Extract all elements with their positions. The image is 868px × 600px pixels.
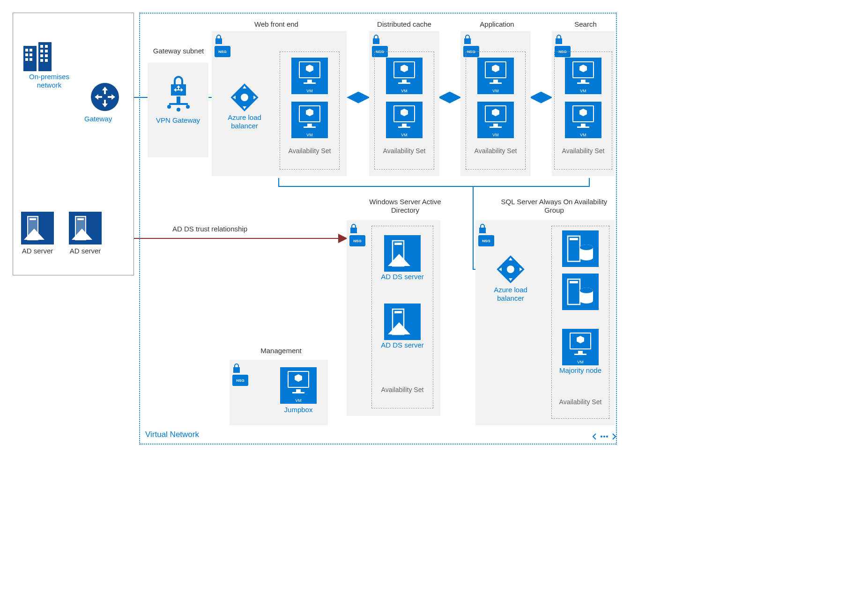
nsg-badge: NSG <box>232 375 248 386</box>
app-tier-title: Application <box>467 20 527 28</box>
web-tier-title: Web front end <box>246 20 307 28</box>
search-tier-title: Search <box>564 20 607 28</box>
vm-icon: VM <box>477 58 514 94</box>
svg-point-39 <box>167 105 171 109</box>
ad-avail-label: Availability Set <box>377 386 428 394</box>
ad-ds-label: AD DS server <box>379 273 425 281</box>
svg-rect-29 <box>45 59 48 62</box>
nsg-badge: NSG <box>215 46 230 57</box>
svg-rect-28 <box>40 59 43 62</box>
load-balancer-icon <box>494 253 527 286</box>
svg-rect-22 <box>40 45 43 48</box>
load-balancer-label-2: Azure load balancer <box>487 286 534 303</box>
svg-rect-19 <box>30 53 32 56</box>
vm-icon: VM <box>291 58 328 94</box>
vpn-gateway-icon <box>165 76 192 111</box>
vm-icon: VM <box>386 102 423 138</box>
vm-icon: VM <box>565 58 601 94</box>
sql-avail-label: Availability Set <box>555 398 606 406</box>
virtual-network-label: Virtual Network <box>145 430 199 439</box>
vm-icon: VM <box>477 102 514 138</box>
vm-icon: VM <box>386 58 423 94</box>
lock-icon <box>349 224 358 234</box>
majority-node-vm: VM <box>562 329 599 365</box>
search-avail-label: Availability Set <box>558 147 608 155</box>
svg-point-41 <box>177 108 180 111</box>
svg-point-40 <box>186 105 190 109</box>
web-avail-label: Availability Set <box>284 147 335 155</box>
nsg-badge: NSG <box>478 235 494 246</box>
lock-icon <box>372 35 380 45</box>
ad-server-label-2: AD server <box>65 247 105 255</box>
building-icon <box>23 42 56 71</box>
svg-rect-27 <box>45 54 48 57</box>
sql-subnet-title: SQL Server Always On Availability Group <box>496 198 613 215</box>
app-avail-label: Availability Set <box>470 147 521 155</box>
mgmt-title: Management <box>248 347 314 355</box>
nsg-badge: NSG <box>349 235 365 246</box>
ad-subnet-title: Windows Server Active Directory <box>363 198 447 215</box>
sql-db-icon <box>562 274 599 310</box>
jumpbox-vm: VM <box>280 367 317 404</box>
cache-avail-label: Availability Set <box>379 147 430 155</box>
ad-server-label-1: AD server <box>17 247 58 255</box>
gateway-subnet-title: Gateway subnet <box>153 47 204 55</box>
svg-rect-38 <box>169 103 188 105</box>
svg-point-43 <box>241 94 248 101</box>
svg-rect-23 <box>45 45 48 48</box>
jumpbox-label: Jumpbox <box>275 406 321 414</box>
cache-tier-title: Distributed cache <box>374 20 435 28</box>
ad-server-icon <box>21 212 54 244</box>
svg-rect-49 <box>394 311 402 313</box>
vpn-gateway-label: VPN Gateway <box>152 116 204 124</box>
load-balancer-icon <box>228 81 261 114</box>
svg-point-57 <box>580 288 593 293</box>
architecture-diagram: On-premises network Gateway AD server AD… <box>9 9 621 447</box>
gateway-label: Gateway <box>84 115 112 123</box>
sql-db-icon <box>562 230 599 267</box>
ad-trust-label: AD DS trust relationship <box>172 225 247 233</box>
svg-point-45 <box>507 266 514 273</box>
svg-rect-37 <box>177 96 180 103</box>
vm-icon: VM <box>291 102 328 138</box>
ad-ds-label: AD DS server <box>379 341 425 349</box>
lock-icon <box>463 35 472 45</box>
ad-server-icon <box>69 212 102 244</box>
svg-rect-51 <box>570 238 578 240</box>
svg-rect-24 <box>40 50 43 52</box>
svg-rect-16 <box>25 49 28 52</box>
lock-icon <box>555 35 563 45</box>
gateway-icon <box>90 82 120 112</box>
lock-icon <box>215 35 223 45</box>
svg-point-53 <box>580 244 593 250</box>
vm-icon: VM <box>565 102 601 138</box>
svg-rect-18 <box>25 53 28 56</box>
lock-icon <box>232 363 241 374</box>
svg-rect-21 <box>30 58 32 61</box>
svg-rect-17 <box>30 49 32 52</box>
ad-ds-server-icon <box>384 235 421 272</box>
majority-node-label: Majority node <box>557 366 603 374</box>
lock-icon <box>478 224 487 234</box>
svg-rect-26 <box>40 54 43 57</box>
svg-rect-55 <box>570 281 578 283</box>
svg-rect-33 <box>30 218 36 220</box>
on-premises-label: On-premises network <box>16 73 82 89</box>
svg-rect-25 <box>45 50 48 52</box>
svg-rect-47 <box>394 243 402 245</box>
svg-rect-20 <box>25 58 28 61</box>
ad-ds-server-icon <box>384 304 421 340</box>
load-balancer-label: Azure load balancer <box>221 113 268 130</box>
svg-rect-36 <box>77 218 84 220</box>
